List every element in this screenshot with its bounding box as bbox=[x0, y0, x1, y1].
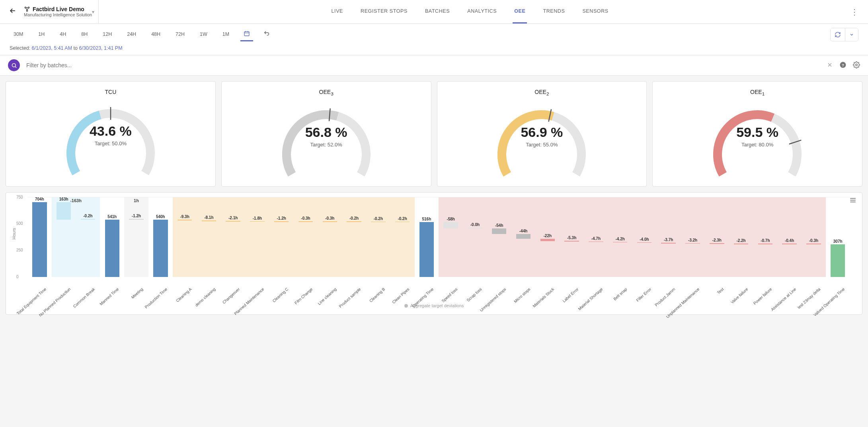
selected-range: Selected: 6/1/2023, 5:41 AM to 6/30/2023… bbox=[10, 45, 858, 51]
refresh-icon bbox=[835, 31, 841, 38]
wf-bar[interactable]: -2.1h bbox=[221, 197, 245, 277]
time-chip-48h[interactable]: 48H bbox=[147, 29, 164, 41]
waterfall-chart[interactable]: Hours 0250500750 -163h1h 704h163h-0.2h54… bbox=[27, 197, 850, 277]
wf-bar[interactable]: 307h bbox=[826, 197, 850, 277]
wf-bar[interactable]: -1.2h bbox=[124, 197, 148, 277]
refresh-dropdown[interactable] bbox=[845, 28, 858, 41]
tab-register-stops[interactable]: REGISTER STOPS bbox=[359, 0, 409, 23]
wf-bar[interactable]: -44h bbox=[511, 197, 536, 277]
nav-tabs: LIVEREGISTER STOPSBATCHESANALYTICSOEETRE… bbox=[330, 0, 610, 23]
topbar-right: ⋮ bbox=[841, 0, 868, 23]
gauge-card-0[interactable]: TCU 43.6 % Target: 50.0% bbox=[6, 81, 216, 187]
time-chip-4h[interactable]: 4H bbox=[56, 29, 70, 41]
wf-bar[interactable]: -3.2h bbox=[681, 197, 705, 277]
gauge-title: OEE1 bbox=[750, 86, 765, 103]
wf-bar[interactable]: -0.3h bbox=[318, 197, 342, 277]
wf-bar[interactable]: -4.0h bbox=[632, 197, 657, 277]
tab-trends[interactable]: TRENDS bbox=[541, 0, 566, 23]
undo-range-button[interactable] bbox=[260, 28, 273, 41]
svg-point-2 bbox=[26, 10, 27, 11]
wf-bar[interactable]: -0.2h bbox=[366, 197, 390, 277]
refresh-button[interactable] bbox=[831, 28, 845, 41]
wf-bar[interactable]: -0.0h bbox=[463, 197, 487, 277]
gear-icon bbox=[853, 61, 860, 68]
tab-sensors[interactable]: SENSORS bbox=[581, 0, 610, 23]
hamburger-icon bbox=[849, 197, 856, 204]
wf-bar[interactable]: 516h bbox=[415, 197, 439, 277]
gauge-value: 56.8 % bbox=[271, 125, 382, 140]
wf-bar[interactable]: 541h bbox=[100, 197, 124, 277]
wf-bar[interactable]: -2.3h bbox=[705, 197, 729, 277]
range-to-word: to bbox=[74, 45, 78, 51]
search-button[interactable] bbox=[8, 59, 20, 71]
svg-text:?: ? bbox=[842, 62, 844, 67]
gauge: 56.8 % Target: 52.0% bbox=[271, 103, 382, 174]
time-chip-30m[interactable]: 30M bbox=[10, 29, 27, 41]
page-title: Factbird Live Demo bbox=[33, 6, 84, 13]
wf-bar[interactable]: -0.3h bbox=[802, 197, 826, 277]
gauge-card-1[interactable]: OEE3 56.8 % Target: 52.0% bbox=[221, 81, 431, 187]
time-chip-1h[interactable]: 1H bbox=[34, 29, 49, 41]
wf-bar[interactable]: -9.3h bbox=[173, 197, 197, 277]
time-chip-1m[interactable]: 1M bbox=[218, 29, 233, 41]
tab-oee[interactable]: OEE bbox=[513, 0, 527, 23]
chart-menu[interactable] bbox=[849, 197, 856, 205]
topbar: Factbird Live Demo Manufacturing Intelli… bbox=[0, 0, 868, 24]
waterfall-x-labels: Total Equipment TimeNo Planned Productio… bbox=[27, 277, 850, 301]
wf-bar[interactable]: 163h bbox=[52, 197, 76, 277]
tab-live[interactable]: LIVE bbox=[330, 0, 345, 23]
range-from[interactable]: 6/1/2023, 5:41 AM bbox=[32, 45, 72, 51]
breadcrumb[interactable]: Factbird Live Demo Manufacturing Intelli… bbox=[24, 6, 92, 18]
tab-batches[interactable]: BATCHES bbox=[423, 0, 451, 23]
gauge-title: OEE3 bbox=[319, 86, 334, 103]
wf-bar[interactable]: -4.7h bbox=[584, 197, 608, 277]
wf-bar[interactable]: -1.2h bbox=[269, 197, 294, 277]
wf-bar[interactable]: -0.2h bbox=[342, 197, 366, 277]
time-chip-72h[interactable]: 72H bbox=[172, 29, 189, 41]
chevron-down-icon bbox=[849, 32, 854, 37]
refresh-group bbox=[830, 28, 858, 41]
gauge-target: Target: 50.0% bbox=[55, 140, 166, 146]
time-chip-12h[interactable]: 12H bbox=[99, 29, 116, 41]
help-icon: ? bbox=[839, 61, 847, 68]
gauge-target: Target: 55.0% bbox=[486, 142, 597, 148]
time-chip-8h[interactable]: 8H bbox=[77, 29, 92, 41]
kebab-menu[interactable]: ⋮ bbox=[850, 7, 858, 17]
time-chip-1w[interactable]: 1W bbox=[196, 29, 211, 41]
settings-button[interactable] bbox=[853, 61, 860, 70]
search-icon bbox=[11, 62, 17, 68]
chevron-down-icon[interactable]: ▾ bbox=[92, 9, 94, 15]
wf-bar[interactable]: -0.4h bbox=[777, 197, 802, 277]
wf-bar[interactable]: 540h bbox=[148, 197, 173, 277]
wf-bar[interactable]: -4.2h bbox=[608, 197, 632, 277]
factory-icon bbox=[24, 6, 30, 12]
wf-bar[interactable]: -8.1h bbox=[197, 197, 221, 277]
time-range-strip: 30M1H4H8H12H24H48H72H1W1M Selected: 6/1/… bbox=[0, 24, 868, 55]
clear-filter[interactable] bbox=[827, 62, 833, 69]
wf-bar[interactable]: -54h bbox=[487, 197, 511, 277]
wf-bar[interactable]: 704h bbox=[27, 197, 52, 277]
time-chips: 30M1H4H8H12H24H48H72H1W1M bbox=[10, 28, 273, 41]
wf-bar[interactable]: -0.7h bbox=[753, 197, 777, 277]
time-chip-24h[interactable]: 24H bbox=[123, 29, 140, 41]
range-to[interactable]: 6/30/2023, 1:41 PM bbox=[79, 45, 122, 51]
back-button[interactable] bbox=[6, 5, 19, 18]
wf-bar[interactable]: -5.3h bbox=[560, 197, 584, 277]
wf-bar[interactable]: -1.8h bbox=[245, 197, 269, 277]
selected-label: Selected: bbox=[10, 45, 30, 51]
filter-input[interactable] bbox=[25, 62, 821, 69]
wf-bar[interactable]: -0.3h bbox=[294, 197, 318, 277]
wf-bar[interactable]: -0.2h bbox=[390, 197, 415, 277]
help-button[interactable]: ? bbox=[839, 61, 847, 70]
tab-analytics[interactable]: ANALYTICS bbox=[466, 0, 498, 23]
wf-bar[interactable]: -22h bbox=[535, 197, 560, 277]
gauge-card-3[interactable]: OEE1 59.5 % Target: 80.0% bbox=[652, 81, 862, 187]
undo-icon bbox=[263, 30, 270, 37]
custom-range-button[interactable] bbox=[240, 28, 253, 41]
gauge-card-2[interactable]: OEE2 56.9 % Target: 55.0% bbox=[437, 81, 647, 187]
wf-bar[interactable]: -3.7h bbox=[656, 197, 681, 277]
wf-bar[interactable]: -0.2h bbox=[76, 197, 100, 277]
wf-bar[interactable]: -58h bbox=[439, 197, 463, 277]
gauge: 43.6 % Target: 50.0% bbox=[55, 101, 166, 173]
wf-bar[interactable]: -2.2h bbox=[729, 197, 753, 277]
